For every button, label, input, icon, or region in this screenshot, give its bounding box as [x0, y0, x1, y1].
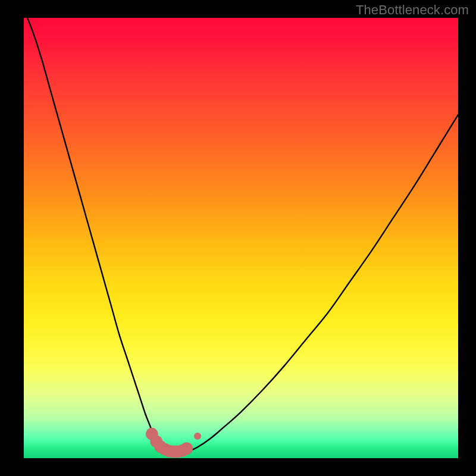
outer-frame: TheBottleneck.com [0, 0, 476, 476]
plot-area [24, 18, 458, 458]
bottleneck-curve [24, 18, 458, 453]
trough-markers [146, 428, 201, 458]
watermark-text: TheBottleneck.com [356, 2, 469, 18]
trough-marker [180, 442, 193, 455]
trough-marker [194, 433, 201, 440]
chart-svg [24, 18, 458, 458]
